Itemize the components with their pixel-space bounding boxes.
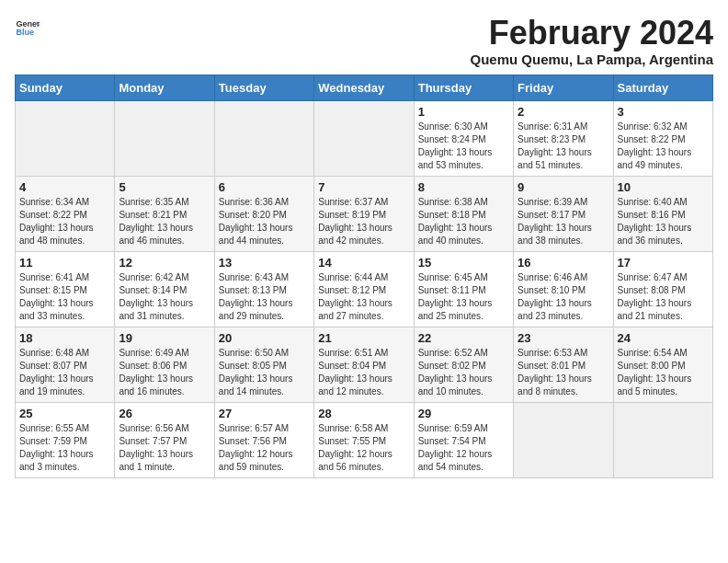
svg-text:Blue: Blue: [16, 28, 34, 37]
title-area: February 2024 Quemu Quemu, La Pampa, Arg…: [471, 15, 714, 67]
day-number: 9: [518, 180, 609, 194]
day-info: Sunrise: 6:45 AM Sunset: 8:11 PM Dayligh…: [418, 271, 509, 323]
calendar-cell: 25Sunrise: 6:55 AM Sunset: 7:59 PM Dayli…: [16, 402, 115, 477]
day-info: Sunrise: 6:34 AM Sunset: 8:22 PM Dayligh…: [19, 196, 110, 247]
day-number: 26: [119, 407, 210, 420]
calendar-cell: [314, 100, 414, 176]
weekday-header: Wednesday: [314, 75, 414, 100]
day-number: 23: [518, 331, 609, 345]
calendar-cell: 9Sunrise: 6:39 AM Sunset: 8:17 PM Daylig…: [514, 176, 613, 251]
calendar-header-row: SundayMondayTuesdayWednesdayThursdayFrid…: [16, 75, 713, 100]
calendar-table: SundayMondayTuesdayWednesdayThursdayFrid…: [15, 75, 713, 478]
calendar-cell: 4Sunrise: 6:34 AM Sunset: 8:22 PM Daylig…: [16, 176, 115, 251]
calendar-cell: 22Sunrise: 6:52 AM Sunset: 8:02 PM Dayli…: [414, 327, 513, 402]
calendar-cell: 24Sunrise: 6:54 AM Sunset: 8:00 PM Dayli…: [613, 327, 712, 402]
calendar-cell: [214, 100, 313, 176]
day-number: 2: [518, 105, 609, 119]
day-info: Sunrise: 6:47 AM Sunset: 8:08 PM Dayligh…: [618, 271, 709, 323]
calendar-cell: 27Sunrise: 6:57 AM Sunset: 7:56 PM Dayli…: [214, 402, 313, 477]
day-number: 17: [618, 256, 709, 270]
calendar-week-row: 18Sunrise: 6:48 AM Sunset: 8:07 PM Dayli…: [16, 327, 713, 402]
calendar-cell: 11Sunrise: 6:41 AM Sunset: 8:15 PM Dayli…: [16, 251, 115, 327]
day-info: Sunrise: 6:46 AM Sunset: 8:10 PM Dayligh…: [518, 271, 609, 323]
calendar-cell: 3Sunrise: 6:32 AM Sunset: 8:22 PM Daylig…: [613, 100, 712, 176]
calendar-cell: 12Sunrise: 6:42 AM Sunset: 8:14 PM Dayli…: [115, 251, 214, 327]
day-info: Sunrise: 6:54 AM Sunset: 8:00 PM Dayligh…: [618, 347, 709, 398]
calendar-cell: 18Sunrise: 6:48 AM Sunset: 8:07 PM Dayli…: [16, 327, 115, 402]
day-number: 19: [119, 331, 210, 345]
calendar-cell: [16, 100, 115, 176]
day-number: 11: [19, 256, 110, 270]
day-info: Sunrise: 6:41 AM Sunset: 8:15 PM Dayligh…: [19, 271, 110, 323]
day-number: 25: [19, 407, 110, 420]
weekday-header: Tuesday: [214, 75, 313, 100]
calendar-cell: 2Sunrise: 6:31 AM Sunset: 8:23 PM Daylig…: [514, 100, 613, 176]
logo: General Blue: [15, 15, 40, 40]
calendar-cell: [613, 402, 712, 477]
calendar-cell: 17Sunrise: 6:47 AM Sunset: 8:08 PM Dayli…: [613, 251, 712, 327]
day-info: Sunrise: 6:38 AM Sunset: 8:18 PM Dayligh…: [418, 196, 509, 247]
day-number: 4: [19, 180, 110, 194]
day-number: 21: [318, 331, 409, 345]
day-number: 20: [219, 331, 310, 345]
day-number: 18: [19, 331, 110, 345]
day-info: Sunrise: 6:43 AM Sunset: 8:13 PM Dayligh…: [219, 271, 310, 323]
calendar-cell: 20Sunrise: 6:50 AM Sunset: 8:05 PM Dayli…: [214, 327, 313, 402]
day-number: 6: [219, 180, 310, 194]
day-info: Sunrise: 6:40 AM Sunset: 8:16 PM Dayligh…: [618, 196, 709, 247]
day-info: Sunrise: 6:36 AM Sunset: 8:20 PM Dayligh…: [219, 196, 310, 247]
day-number: 3: [618, 105, 709, 119]
weekday-header: Saturday: [613, 75, 712, 100]
calendar-cell: 10Sunrise: 6:40 AM Sunset: 8:16 PM Dayli…: [613, 176, 712, 251]
day-info: Sunrise: 6:49 AM Sunset: 8:06 PM Dayligh…: [119, 347, 210, 398]
day-info: Sunrise: 6:30 AM Sunset: 8:24 PM Dayligh…: [418, 121, 509, 172]
calendar-cell: 16Sunrise: 6:46 AM Sunset: 8:10 PM Dayli…: [514, 251, 613, 327]
day-info: Sunrise: 6:39 AM Sunset: 8:17 PM Dayligh…: [518, 196, 609, 247]
day-info: Sunrise: 6:53 AM Sunset: 8:01 PM Dayligh…: [518, 347, 609, 398]
day-number: 24: [618, 331, 709, 345]
day-number: 7: [318, 180, 409, 194]
calendar-cell: 14Sunrise: 6:44 AM Sunset: 8:12 PM Dayli…: [314, 251, 414, 327]
calendar-cell: 8Sunrise: 6:38 AM Sunset: 8:18 PM Daylig…: [414, 176, 513, 251]
day-info: Sunrise: 6:32 AM Sunset: 8:22 PM Dayligh…: [618, 121, 709, 172]
day-info: Sunrise: 6:51 AM Sunset: 8:04 PM Dayligh…: [318, 347, 409, 398]
weekday-header: Friday: [514, 75, 613, 100]
day-number: 12: [119, 256, 210, 270]
day-number: 16: [518, 256, 609, 270]
day-info: Sunrise: 6:55 AM Sunset: 7:59 PM Dayligh…: [19, 422, 110, 474]
page-header: General Blue February 2024 Quemu Quemu, …: [15, 15, 713, 67]
day-number: 28: [318, 407, 409, 420]
calendar-cell: [514, 402, 613, 477]
logo-icon: General Blue: [15, 15, 40, 40]
day-info: Sunrise: 6:57 AM Sunset: 7:56 PM Dayligh…: [219, 422, 310, 474]
calendar-cell: 6Sunrise: 6:36 AM Sunset: 8:20 PM Daylig…: [214, 176, 313, 251]
day-number: 22: [418, 331, 509, 345]
day-info: Sunrise: 6:37 AM Sunset: 8:19 PM Dayligh…: [318, 196, 409, 247]
day-info: Sunrise: 6:52 AM Sunset: 8:02 PM Dayligh…: [418, 347, 509, 398]
day-info: Sunrise: 6:42 AM Sunset: 8:14 PM Dayligh…: [119, 271, 210, 323]
day-info: Sunrise: 6:58 AM Sunset: 7:55 PM Dayligh…: [318, 422, 409, 474]
calendar-subtitle: Quemu Quemu, La Pampa, Argentina: [471, 52, 714, 67]
calendar-week-row: 25Sunrise: 6:55 AM Sunset: 7:59 PM Dayli…: [16, 402, 713, 477]
day-info: Sunrise: 6:48 AM Sunset: 8:07 PM Dayligh…: [19, 347, 110, 398]
day-info: Sunrise: 6:59 AM Sunset: 7:54 PM Dayligh…: [418, 422, 509, 474]
calendar-cell: [115, 100, 214, 176]
day-number: 29: [418, 407, 509, 420]
calendar-cell: 23Sunrise: 6:53 AM Sunset: 8:01 PM Dayli…: [514, 327, 613, 402]
day-info: Sunrise: 6:44 AM Sunset: 8:12 PM Dayligh…: [318, 271, 409, 323]
day-number: 27: [219, 407, 310, 420]
day-info: Sunrise: 6:31 AM Sunset: 8:23 PM Dayligh…: [518, 121, 609, 172]
calendar-title: February 2024: [471, 15, 714, 52]
calendar-cell: 19Sunrise: 6:49 AM Sunset: 8:06 PM Dayli…: [115, 327, 214, 402]
day-number: 13: [219, 256, 310, 270]
weekday-header: Thursday: [414, 75, 513, 100]
day-number: 10: [618, 180, 709, 194]
day-number: 5: [119, 180, 210, 194]
calendar-cell: 21Sunrise: 6:51 AM Sunset: 8:04 PM Dayli…: [314, 327, 414, 402]
calendar-cell: 15Sunrise: 6:45 AM Sunset: 8:11 PM Dayli…: [414, 251, 513, 327]
calendar-body: 1Sunrise: 6:30 AM Sunset: 8:24 PM Daylig…: [16, 100, 713, 477]
day-number: 15: [418, 256, 509, 270]
calendar-week-row: 11Sunrise: 6:41 AM Sunset: 8:15 PM Dayli…: [16, 251, 713, 327]
calendar-cell: 26Sunrise: 6:56 AM Sunset: 7:57 PM Dayli…: [115, 402, 214, 477]
day-number: 14: [318, 256, 409, 270]
